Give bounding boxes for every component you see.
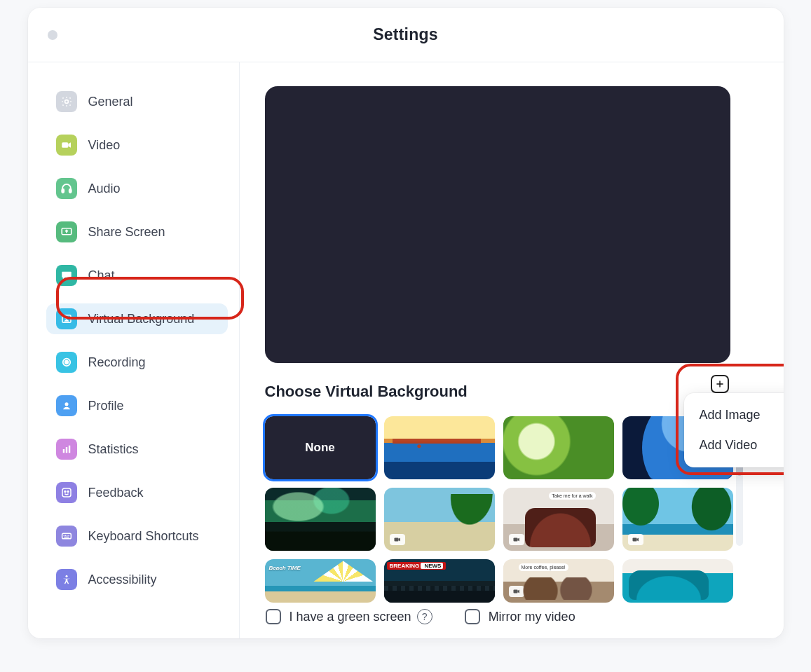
speech-bubble: More coffee, please! bbox=[519, 563, 568, 571]
section-title: Choose Virtual Background bbox=[265, 383, 758, 401]
bg-thumb-city-news[interactable]: BREAKING bbox=[384, 559, 495, 603]
svg-rect-13 bbox=[62, 488, 71, 497]
sidebar-item-virtual-background[interactable]: Virtual Background bbox=[46, 303, 228, 334]
help-icon[interactable]: ? bbox=[417, 609, 432, 624]
video-preview bbox=[265, 86, 730, 363]
options-row: I have a green screen ? Mirror my video bbox=[266, 609, 575, 624]
svg-point-15 bbox=[67, 491, 69, 493]
sidebar-item-accessibility[interactable]: Accessibility bbox=[46, 564, 228, 595]
svg-rect-10 bbox=[62, 449, 64, 453]
virtual-background-icon bbox=[56, 308, 77, 329]
bg-thumb-dog-couch[interactable]: Take me for a walk bbox=[503, 488, 614, 551]
profile-icon bbox=[56, 395, 77, 416]
svg-rect-19 bbox=[394, 538, 398, 542]
bg-thumb-tropical-sea[interactable] bbox=[622, 488, 733, 551]
share-screen-icon bbox=[56, 221, 77, 242]
sidebar-item-keyboard-shortcuts[interactable]: Keyboard Shortcuts bbox=[46, 521, 228, 551]
background-grid: None Take me for a walk bbox=[265, 416, 733, 622]
svg-point-17 bbox=[65, 575, 67, 577]
option-label: Mirror my video bbox=[489, 610, 575, 624]
bg-thumb-palm-beach[interactable] bbox=[384, 488, 495, 551]
sidebar-item-feedback[interactable]: Feedback bbox=[46, 477, 228, 508]
headphones-icon bbox=[56, 178, 77, 199]
video-badge-icon bbox=[390, 534, 405, 545]
add-background-popover: Add Image Add Video bbox=[684, 393, 784, 467]
accessibility-icon bbox=[56, 569, 77, 590]
svg-point-8 bbox=[64, 361, 68, 364]
sidebar-item-share-screen[interactable]: Share Screen bbox=[46, 217, 228, 247]
svg-rect-16 bbox=[62, 533, 71, 539]
video-badge-icon bbox=[628, 534, 643, 545]
svg-rect-12 bbox=[68, 446, 69, 453]
bg-thumb-beach-umbrella[interactable]: Beach TIME bbox=[265, 559, 376, 603]
sidebar: General Video Audio Share Screen bbox=[28, 62, 240, 638]
plus-icon bbox=[715, 379, 725, 389]
svg-rect-22 bbox=[394, 590, 398, 594]
svg-rect-1 bbox=[62, 142, 68, 148]
popover-item-add-video[interactable]: Add Video bbox=[684, 430, 784, 460]
window-control-dot[interactable] bbox=[48, 30, 57, 40]
sidebar-item-label: Share Screen bbox=[88, 225, 165, 240]
sidebar-item-label: General bbox=[88, 95, 133, 109]
svg-point-9 bbox=[64, 402, 68, 406]
sidebar-item-recording[interactable]: Recording bbox=[46, 347, 228, 378]
svg-rect-11 bbox=[65, 447, 67, 453]
sidebar-item-statistics[interactable]: Statistics bbox=[46, 434, 228, 465]
add-background-button[interactable] bbox=[711, 375, 729, 393]
svg-point-0 bbox=[64, 100, 68, 104]
titlebar: Settings bbox=[28, 8, 784, 62]
sidebar-item-label: Recording bbox=[88, 355, 146, 370]
sidebar-item-label: Profile bbox=[88, 399, 124, 413]
video-badge-icon bbox=[509, 534, 524, 545]
sidebar-item-profile[interactable]: Profile bbox=[46, 390, 228, 421]
sidebar-item-label: Chat bbox=[88, 268, 115, 283]
svg-point-14 bbox=[64, 491, 65, 493]
thumb-badge-text: BREAKING bbox=[387, 562, 447, 570]
sidebar-item-video[interactable]: Video bbox=[46, 130, 228, 160]
checkbox[interactable] bbox=[266, 609, 281, 624]
sidebar-item-label: Keyboard Shortcuts bbox=[88, 529, 199, 544]
bg-thumb-none[interactable]: None bbox=[265, 416, 376, 479]
sidebar-item-label: Accessibility bbox=[88, 572, 157, 587]
svg-point-6 bbox=[65, 317, 68, 320]
sidebar-item-label: Audio bbox=[88, 181, 121, 196]
feedback-icon bbox=[56, 482, 77, 503]
sidebar-item-label: Video bbox=[88, 138, 121, 153]
svg-rect-2 bbox=[62, 189, 64, 193]
sidebar-item-label: Statistics bbox=[88, 442, 139, 457]
gear-icon bbox=[56, 91, 77, 112]
speech-bubble: Take me for a walk bbox=[549, 492, 595, 500]
green-screen-option[interactable]: I have a green screen ? bbox=[266, 609, 432, 624]
bg-thumb-aurora[interactable] bbox=[265, 488, 376, 551]
sidebar-item-label: Virtual Background bbox=[88, 312, 195, 327]
bg-thumb-golden-gate[interactable] bbox=[384, 416, 495, 479]
video-badge-icon bbox=[390, 586, 405, 597]
bar-chart-icon bbox=[56, 439, 77, 460]
sidebar-item-audio[interactable]: Audio bbox=[46, 173, 228, 204]
popover-item-add-image[interactable]: Add Image bbox=[684, 400, 784, 430]
option-label: I have a green screen bbox=[289, 610, 411, 624]
video-icon bbox=[56, 135, 77, 156]
checkbox[interactable] bbox=[465, 609, 480, 624]
svg-rect-20 bbox=[513, 538, 517, 542]
sidebar-item-general[interactable]: General bbox=[46, 86, 228, 117]
svg-rect-18 bbox=[275, 538, 279, 542]
sidebar-item-label: Feedback bbox=[88, 486, 144, 500]
keyboard-icon bbox=[56, 526, 77, 547]
bg-thumb-cafe[interactable]: More coffee, please! bbox=[503, 559, 614, 603]
bg-thumb-cat-sofa[interactable] bbox=[622, 559, 733, 603]
mirror-video-option[interactable]: Mirror my video bbox=[465, 609, 575, 624]
bg-thumb-none-label: None bbox=[305, 441, 335, 455]
svg-rect-21 bbox=[632, 538, 636, 542]
record-icon bbox=[56, 352, 77, 373]
settings-window: Settings General Video Audio bbox=[28, 8, 784, 638]
sidebar-item-chat[interactable]: Chat bbox=[46, 260, 228, 291]
window-title: Settings bbox=[373, 25, 437, 44]
bg-thumb-grass[interactable] bbox=[503, 416, 614, 479]
thumb-badge-text: Beach TIME bbox=[269, 565, 301, 571]
video-badge-icon bbox=[509, 586, 524, 597]
main-panel: Choose Virtual Background None Take me f… bbox=[240, 62, 784, 638]
svg-rect-3 bbox=[69, 189, 71, 193]
svg-rect-23 bbox=[513, 590, 517, 594]
content: General Video Audio Share Screen bbox=[28, 62, 784, 638]
